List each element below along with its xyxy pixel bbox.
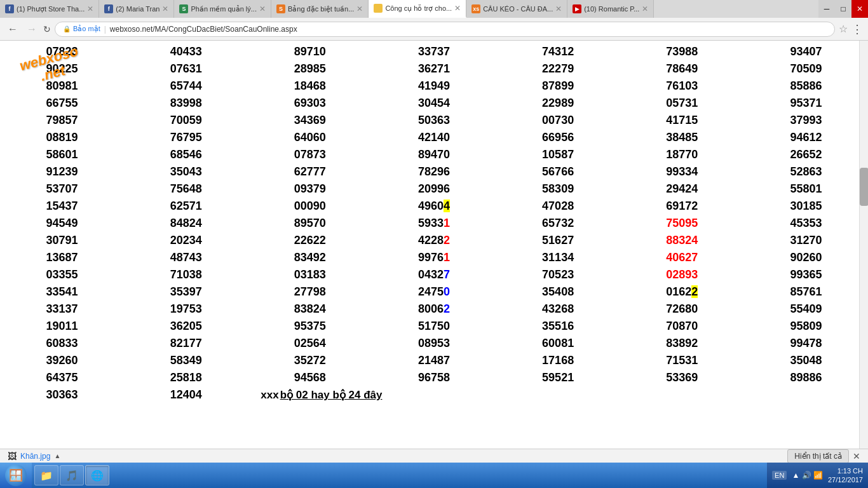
taskbar-chrome-icon: 🌐 [91, 470, 104, 482]
table-row: 90225 07631 28985 36271 22279 78649 7050… [0, 60, 868, 78]
tab-close-7[interactable]: ✕ [642, 4, 648, 13]
bookmark-star-icon[interactable]: ☆ [839, 23, 848, 35]
table-row: 94549 84824 89570 59331 65732 75095 4535… [0, 215, 868, 232]
close-button[interactable]: ✕ [851, 0, 868, 18]
highlight-red-1: 1 [444, 217, 450, 229]
clock-time: 1:13 CH [828, 466, 863, 475]
table-row: 60833 82177 02564 08953 60081 83892 9947… [0, 335, 868, 352]
table-row: 13687 48743 83492 99761 31134 40627 9026… [0, 249, 868, 266]
highlight-blue-2: 0 [444, 285, 450, 298]
clock: 1:13 CH 27/12/2017 [828, 466, 863, 485]
table-row: 64375 25818 94568 96758 59521 53369 8988… [0, 369, 868, 386]
tab-label-2: (2) Maria Tran [116, 5, 159, 13]
language-badge: EN [772, 471, 787, 480]
tab-label-5: Công cụ hỗ trợ cho... [385, 4, 452, 13]
tab-label-3: Phần mềm quản lý... [191, 5, 257, 13]
taskbar-item-media[interactable]: 🎵 [60, 465, 84, 485]
tab-close-1[interactable]: ✕ [87, 4, 93, 13]
tab-bar: f (1) Phượt Store Tha... ✕ f (2) Maria T… [0, 0, 868, 18]
window-controls: ─ □ ✕ [818, 0, 868, 18]
tab-bangdacbiet[interactable]: S Bảng đặc biệt tuần... ✕ [271, 0, 369, 18]
address-input-container[interactable]: 🔒 Bảo mật | webxoso.net/MA/CongCuDacBiet… [55, 22, 835, 37]
browser-window: f (1) Phượt Store Tha... ✕ f (2) Maria T… [0, 0, 868, 488]
taskbar-media-icon: 🎵 [65, 470, 78, 482]
tab-label-1: (1) Phượt Store Tha... [17, 5, 85, 13]
taskbar-right: EN ▲ 🔊 📶 1:13 CH 27/12/2017 [767, 463, 868, 488]
download-expand-icon[interactable]: ▲ [54, 452, 60, 459]
tab-caukeo[interactable]: xs CÂU KÉO - CÂU ĐA... ✕ [466, 0, 567, 18]
address-bar: ← → ↻ 🔒 Bảo mật | webxoso.net/MA/CongCuD… [0, 18, 868, 41]
highlight-red-3: 1 [444, 251, 450, 264]
highlight-blue-1: 7 [444, 268, 450, 281]
highlight-red-2: 2 [444, 234, 450, 247]
table-row: 53707 75648 09379 20996 58309 29424 5580… [0, 180, 868, 198]
table-row: 58601 68546 07873 89470 10587 18770 2665… [0, 146, 868, 163]
menu-dots-icon[interactable]: ⋮ [851, 22, 863, 36]
tab-congcu[interactable]: Công cụ hỗ trợ cho... ✕ [369, 0, 466, 18]
table-row: 33541 35397 27798 24750 35408 01622 8576… [0, 283, 868, 301]
tab-label-6: CÂU KÉO - CÂU ĐA... [483, 5, 553, 13]
address-text: webxoso.net/MA/CongCuDacBiet/SoanCauOnli… [110, 25, 297, 34]
minimize-button[interactable]: ─ [818, 0, 835, 18]
special-message: bộ 02 hay bộ 24 đây [279, 389, 384, 401]
table-row: 08819 76795 64060 42140 66956 38485 9461… [0, 129, 868, 146]
taskbar-item-explorer[interactable]: 📁 [34, 465, 58, 485]
secure-icon: 🔒 [63, 25, 71, 32]
highlight-cell: 4 [444, 200, 450, 212]
scrollbar-track[interactable] [859, 41, 868, 449]
tab-maria[interactable]: f (2) Maria Tran ✕ [99, 0, 174, 18]
highlight-blue-3: 2 [444, 302, 450, 315]
tab-label-7: (10) Romantic P... [584, 5, 639, 13]
tab-close-6[interactable]: ✕ [555, 4, 562, 13]
tab-close-2[interactable]: ✕ [162, 4, 168, 13]
show-all-button[interactable]: Hiển thị tất cả [787, 449, 849, 463]
tab-close-3[interactable]: ✕ [259, 4, 266, 13]
download-bar: 🖼 Khăn.jpg ▲ Hiển thị tất cả ✕ [0, 449, 868, 463]
taskbar-items: 📁 🎵 🌐 [32, 465, 767, 485]
forward-button[interactable]: → [24, 22, 39, 36]
table-row: 91239 35043 62777 78296 56766 99334 5286… [0, 163, 868, 180]
back-button[interactable]: ← [5, 22, 20, 36]
start-button[interactable]: 🪟 [0, 463, 32, 488]
tab-label-4: Bảng đặc biệt tuần... [288, 5, 354, 13]
table-row: 30791 20234 22622 42282 51627 88324 3127… [0, 232, 868, 249]
tab-phanmem[interactable]: S Phần mềm quản lý... ✕ [174, 0, 271, 18]
highlight-yellow-2: 2 [691, 285, 698, 298]
table-row: 79857 70059 34369 50363 00730 41715 3799… [0, 112, 868, 129]
table-row: 15437 62571 00090 49604 47028 69172 3018… [0, 198, 868, 215]
tab-close-5[interactable]: ✕ [454, 4, 461, 13]
file-name[interactable]: Khăn.jpg [20, 452, 50, 461]
tab-romantic[interactable]: ▶ (10) Romantic P... ✕ [567, 0, 654, 18]
number-table: 07823 40433 89710 33737 74312 73988 9340… [0, 43, 868, 403]
tray-icons: ▲ 🔊 📶 [792, 471, 823, 480]
tab-facebook[interactable]: f (1) Phượt Store Tha... ✕ [0, 0, 99, 18]
table-row: 39260 58349 35272 21487 17168 71531 3504… [0, 352, 868, 369]
separator: | [104, 25, 106, 34]
content-area[interactable]: 07823 40433 89710 33737 74312 73988 9340… [0, 41, 868, 449]
taskbar-item-chrome[interactable]: 🌐 [85, 465, 109, 485]
taskbar-explorer-icon: 📁 [40, 470, 53, 482]
watermark: webxoso .net [0, 41, 102, 92]
download-bar-close-icon[interactable]: ✕ [853, 451, 860, 461]
clock-date: 27/12/2017 [828, 475, 863, 484]
show-all-container: Hiển thị tất cả ✕ [787, 449, 860, 463]
scrollbar-thumb[interactable] [860, 168, 868, 206]
start-orb: 🪟 [5, 464, 27, 486]
taskbar: 🪟 📁 🎵 🌐 EN ▲ 🔊 📶 1:13 CH 27/12/2017 [0, 463, 868, 488]
xxx-text: xxx [261, 389, 278, 401]
table-row: 03355 71038 03183 04327 70523 02893 9936… [0, 266, 868, 283]
secure-label: Bảo mật [73, 25, 100, 33]
file-icon: 🖼 [8, 451, 17, 461]
tab-close-4[interactable]: ✕ [356, 4, 363, 13]
table-row: 80981 65744 18468 41949 87899 76103 8588… [0, 78, 868, 95]
reload-button[interactable]: ↻ [43, 24, 51, 34]
table-row-last: 30363 12404 xxxbộ 02 hay bộ 24 đây [0, 386, 868, 403]
table-row: 19011 36205 95375 51750 35516 70870 9580… [0, 318, 868, 335]
maximize-button[interactable]: □ [835, 0, 851, 18]
table-row: 33137 19753 83824 80062 43268 72680 5540… [0, 301, 868, 318]
download-item: 🖼 Khăn.jpg ▲ [8, 451, 60, 461]
table-row: 66755 83998 69303 30454 22989 05731 9537… [0, 95, 868, 112]
table-row: 07823 40433 89710 33737 74312 73988 9340… [0, 43, 868, 60]
